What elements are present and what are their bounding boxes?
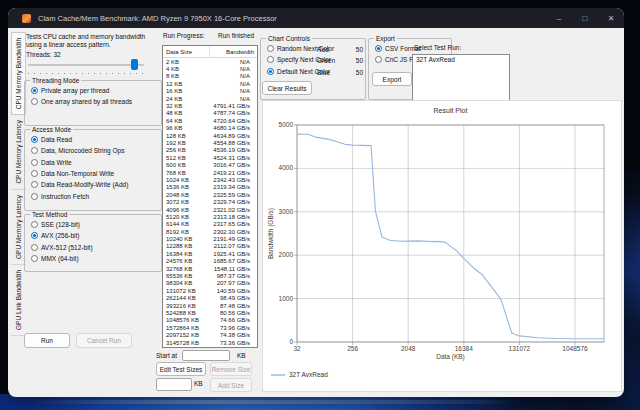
table-row[interactable]: 98304 KB207.97 GB/s	[163, 280, 257, 287]
radio-avx-512-512-bit[interactable]: AVX-512 (512-bit)	[25, 242, 161, 253]
col-data-size[interactable]: Data Size	[163, 46, 210, 57]
table-row[interactable]: 2097152 KB74.38 GB/s	[163, 331, 257, 338]
threads-slider-thumb[interactable]	[131, 59, 138, 70]
cell-data-size: 1048576 KB	[163, 317, 199, 323]
export-button[interactable]: Export	[372, 72, 412, 86]
radio-icon	[31, 147, 38, 154]
radio-avx-256-bit[interactable]: AVX (256-bit)	[25, 230, 161, 241]
table-row[interactable]: 24 KBN/A	[163, 95, 257, 102]
add-size-unit: KB	[194, 380, 203, 387]
table-row[interactable]: 10240 KB2191.49 GB/s	[163, 235, 257, 242]
minimize-icon[interactable]: –	[546, 8, 572, 28]
radio-one-array-shared-by-all-threads[interactable]: One array shared by all threads	[25, 96, 161, 107]
radio-label: SSE (128-bit)	[41, 221, 80, 228]
table-row[interactable]: 8 KBN/A	[163, 73, 257, 80]
table-row[interactable]: 1024 KB2342.43 GB/s	[163, 176, 257, 183]
cell-bandwidth: 73.96 GB/s	[199, 325, 257, 331]
run-button[interactable]: Run	[24, 333, 70, 348]
color-field-label: Blue	[317, 69, 330, 76]
cell-bandwidth: 2313.18 GB/s	[198, 214, 257, 220]
titlebar: Clam Cache/Mem Benchmark: AMD Ryzen 9 79…	[8, 8, 624, 28]
svg-text:1000: 1000	[279, 295, 294, 302]
color-field-red[interactable]: Red50	[317, 46, 363, 53]
table-row[interactable]: 8192 KB2302.30 GB/s	[163, 228, 257, 235]
radio-sse-128-bit[interactable]: SSE (128-bit)	[25, 219, 161, 230]
table-row[interactable]: 262144 KB98.49 GB/s	[163, 295, 257, 302]
table-row[interactable]: 2048 KB2325.59 GB/s	[163, 191, 257, 198]
table-row[interactable]: 1572864 KB73.96 GB/s	[163, 324, 257, 331]
cell-data-size: 64 KB	[163, 118, 198, 124]
cell-data-size: 12 KB	[163, 81, 198, 87]
table-row[interactable]: 1048576 KB74.66 GB/s	[163, 317, 257, 324]
table-row[interactable]: 4 KBN/A	[163, 65, 257, 72]
tab-label: GPU Link Bandwidth	[15, 270, 22, 330]
radio-data-non-temporal-write[interactable]: Data Non-Temporal Write	[25, 168, 161, 179]
table-row[interactable]: 524288 KB80.56 GB/s	[163, 309, 257, 316]
select-test-run-label: Select Test Run:	[414, 44, 461, 51]
color-field-blue[interactable]: Blue50	[317, 69, 363, 76]
edit-test-sizes-button[interactable]: Edit Test Sizes	[156, 362, 206, 376]
radio-private-array-per-thread[interactable]: Private array per thread	[25, 85, 161, 96]
table-row[interactable]: 5120 KB2313.18 GB/s	[163, 213, 257, 220]
result-plot-svg: 3225620481638413107210485760100020003000…	[263, 101, 621, 391]
table-row[interactable]: 2 KBN/A	[163, 58, 257, 65]
start-at-unit: KB	[237, 352, 246, 359]
table-row[interactable]: 64 KB4720.64 GB/s	[163, 117, 257, 124]
window-title: Clam Cache/Mem Benchmark: AMD Ryzen 9 79…	[38, 14, 277, 23]
close-icon[interactable]: ✕	[598, 8, 624, 28]
radio-label: Data Read	[41, 136, 72, 143]
threads-label: Threads: 32	[26, 51, 61, 58]
table-row[interactable]: 256 KB4536.19 GB/s	[163, 147, 257, 154]
table-row[interactable]: 131072 KB140.59 GB/s	[163, 287, 257, 294]
table-row[interactable]: 600 KB3016.47 GB/s	[163, 161, 257, 168]
table-row[interactable]: 128 KB4634.89 GB/s	[163, 132, 257, 139]
radio-data-microcoded-string-ops[interactable]: Data, Microcoded String Ops	[25, 145, 161, 156]
table-row[interactable]: 512 KB4524.31 GB/s	[163, 154, 257, 161]
table-row[interactable]: 48 KB4787.74 GB/s	[163, 110, 257, 117]
radio-data-read[interactable]: Data Read	[25, 134, 161, 145]
table-row[interactable]: 4096 KB2321.02 GB/s	[163, 206, 257, 213]
svg-text:Result Plot: Result Plot	[434, 107, 468, 114]
clear-results-button[interactable]: Clear Results	[262, 81, 312, 95]
table-row[interactable]: 768 KB2419.21 GB/s	[163, 169, 257, 176]
table-row[interactable]: 12 KBN/A	[163, 80, 257, 87]
start-at-input[interactable]	[182, 350, 230, 361]
radio-instruction-fetch[interactable]: Instruction Fetch	[25, 190, 161, 201]
table-row[interactable]: 192 KB4554.88 GB/s	[163, 139, 257, 146]
test-run-item[interactable]: 32T AvxRead	[413, 55, 509, 64]
table-row[interactable]: 3072 KB2329.74 GB/s	[163, 198, 257, 205]
table-row[interactable]: 16 KBN/A	[163, 88, 257, 95]
table-row[interactable]: 3145728 KB73.36 GB/s	[163, 339, 257, 346]
table-row[interactable]: 32768 KB1548.11 GB/s	[163, 265, 257, 272]
cell-data-size: 192 KB	[163, 140, 198, 146]
radio-icon	[375, 56, 382, 63]
radio-data-read-modify-write-add[interactable]: Data Read-Modify-Write (Add)	[25, 179, 161, 190]
color-field-green[interactable]: Green50	[317, 57, 363, 64]
radio-label: Private array per thread	[41, 87, 109, 94]
threads-slider-track[interactable]	[28, 64, 144, 66]
table-row[interactable]: 393216 KB87.48 GB/s	[163, 302, 257, 309]
maximize-icon[interactable]: □	[572, 8, 598, 28]
table-row[interactable]: 1536 KB2319.34 GB/s	[163, 184, 257, 191]
cell-data-size: 98304 KB	[163, 280, 198, 286]
col-bandwidth[interactable]: Bandwidth	[210, 49, 257, 55]
table-row[interactable]: 65536 KB987.37 GB/s	[163, 272, 257, 279]
radio-data-write[interactable]: Data Write	[25, 157, 161, 168]
radio-label: Data Write	[41, 159, 72, 166]
table-row[interactable]: 16384 KB1925.41 GB/s	[163, 250, 257, 257]
cell-data-size: 393216 KB	[163, 303, 198, 309]
table-row[interactable]: 32 KB4791.41 GB/s	[163, 102, 257, 109]
table-row[interactable]: 12288 KB2112.07 GB/s	[163, 243, 257, 250]
radio-icon	[31, 232, 38, 239]
cell-data-size: 128 KB	[163, 133, 198, 139]
table-row[interactable]: 24576 KB1685.67 GB/s	[163, 258, 257, 265]
table-row[interactable]: 6144 KB2317.65 GB/s	[163, 221, 257, 228]
radio-mmx-64-bit[interactable]: MMX (64-bit)	[25, 253, 161, 264]
table-row[interactable]: 96 KB4680.14 GB/s	[163, 125, 257, 132]
radio-label: Data, Microcoded String Ops	[41, 147, 124, 154]
add-size-input[interactable]	[156, 378, 192, 391]
radio-icon	[31, 159, 38, 166]
tab-gpu-link-bandwidth[interactable]: GPU Link Bandwidth	[11, 265, 26, 336]
radio-icon	[31, 221, 38, 228]
cell-data-size: 1572864 KB	[163, 325, 199, 331]
